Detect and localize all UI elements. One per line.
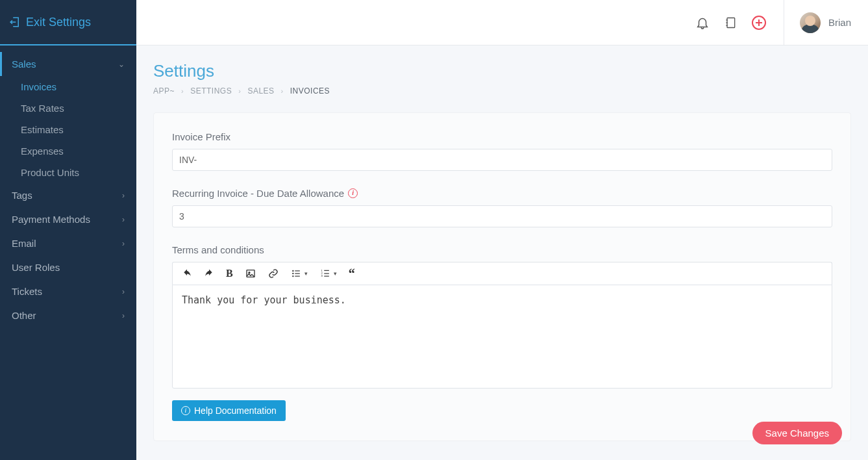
breadcrumb-item[interactable]: SALES [247, 86, 274, 96]
exit-settings-label: Exit Settings [26, 16, 91, 29]
nav-sub-sales: Invoices Tax Rates Estimates Expenses Pr… [0, 76, 136, 183]
nav-item-label: Tickets [12, 286, 42, 297]
nav-sub-label: Tax Rates [21, 103, 64, 114]
nav: Sales ⌄ Invoices Tax Rates Estimates Exp… [0, 45, 136, 327]
nav-item-label: Other [12, 310, 36, 321]
nav-item-tickets[interactable]: Tickets › [0, 279, 136, 303]
label-text: Recurring Invoice - Due Date Allowance [172, 188, 344, 199]
svg-rect-10 [295, 270, 300, 271]
notebook-icon[interactable] [724, 16, 737, 30]
svg-point-11 [292, 273, 293, 274]
nav-item-label: Email [12, 238, 36, 249]
avatar [800, 12, 821, 33]
chevron-right-icon: › [122, 311, 125, 320]
svg-rect-20 [324, 276, 329, 277]
nav-item-label: Payment Methods [12, 214, 90, 225]
topbar: Brian [136, 0, 868, 45]
breadcrumb-item[interactable]: APP~ [153, 86, 175, 96]
nav-sub-label: Invoices [21, 81, 56, 92]
breadcrumb-current: INVOICES [290, 86, 330, 96]
svg-text:3: 3 [321, 274, 323, 277]
top-icons [695, 15, 767, 31]
caret-down-icon: ▾ [334, 270, 337, 277]
nav-item-tags[interactable]: Tags › [0, 183, 136, 207]
label-invoice-prefix: Invoice Prefix [172, 131, 832, 142]
page-title: Settings [153, 61, 851, 81]
svg-rect-0 [727, 18, 735, 27]
input-due-date-allowance[interactable] [172, 205, 832, 227]
help-documentation-button[interactable]: i Help Documentation [172, 400, 286, 421]
nav-sub-label: Expenses [21, 146, 64, 157]
nav-sub-item-tax-rates[interactable]: Tax Rates [9, 97, 136, 119]
nav-sub-item-invoices[interactable]: Invoices [9, 76, 136, 97]
nav-item-email[interactable]: Email › [0, 231, 136, 255]
user-name: Brian [828, 17, 851, 28]
chevron-right-icon: › [181, 87, 184, 95]
nav-item-user-roles[interactable]: User Roles [0, 255, 136, 279]
settings-panel: Invoice Prefix Recurring Invoice - Due D… [153, 112, 851, 441]
exit-icon [9, 16, 21, 28]
main: Brian Settings APP~ › SETTINGS › SALES ›… [136, 0, 868, 460]
nav-sub-item-product-units[interactable]: Product Units [9, 162, 136, 183]
form-group-invoice-prefix: Invoice Prefix [172, 131, 832, 171]
svg-rect-18 [324, 273, 329, 274]
svg-rect-14 [295, 276, 300, 277]
editor-toolbar: B ▾ 123 ▾ “ [172, 262, 832, 285]
svg-point-9 [292, 270, 293, 272]
redo-icon[interactable] [204, 269, 214, 278]
unordered-list-icon[interactable]: ▾ [290, 269, 308, 278]
chevron-right-icon: › [122, 215, 125, 224]
bold-icon[interactable]: B [226, 268, 233, 279]
input-invoice-prefix[interactable] [172, 149, 832, 171]
nav-item-payment-methods[interactable]: Payment Methods › [0, 207, 136, 231]
image-icon[interactable] [245, 268, 256, 279]
chevron-right-icon: › [122, 287, 125, 296]
chevron-right-icon: › [122, 239, 125, 248]
user-menu[interactable]: Brian [784, 0, 851, 45]
nav-item-sales[interactable]: Sales ⌄ [0, 52, 136, 76]
nav-item-label: Tags [12, 190, 32, 201]
form-group-due-date-allowance: Recurring Invoice - Due Date Allowance i [172, 188, 832, 227]
nav-item-label: User Roles [12, 262, 60, 273]
svg-rect-12 [295, 273, 300, 274]
svg-rect-16 [324, 270, 329, 271]
info-icon[interactable]: i [348, 188, 358, 198]
breadcrumb-item[interactable]: SETTINGS [190, 86, 232, 96]
breadcrumbs: APP~ › SETTINGS › SALES › INVOICES [153, 86, 851, 96]
link-icon[interactable] [268, 268, 279, 279]
help-button-label: Help Documentation [194, 405, 277, 416]
info-icon: i [181, 406, 190, 415]
caret-down-icon: ▾ [304, 270, 308, 277]
nav-sub-item-estimates[interactable]: Estimates [9, 119, 136, 140]
quote-icon[interactable]: “ [349, 270, 355, 277]
nav-item-label: Sales [12, 58, 36, 70]
nav-sub-label: Estimates [21, 124, 64, 135]
ordered-list-icon[interactable]: 123 ▾ [319, 269, 337, 278]
nav-sub-item-expenses[interactable]: Expenses [9, 140, 136, 162]
chevron-down-icon: ⌄ [118, 60, 125, 69]
label-due-date-allowance: Recurring Invoice - Due Date Allowance i [172, 188, 832, 199]
nav-item-other[interactable]: Other › [0, 303, 136, 327]
notifications-icon[interactable] [695, 16, 710, 30]
sidebar: Exit Settings Sales ⌄ Invoices Tax Rates… [0, 0, 136, 460]
chevron-right-icon: › [281, 87, 284, 95]
exit-settings-link[interactable]: Exit Settings [0, 0, 136, 45]
content: Settings APP~ › SETTINGS › SALES › INVOI… [136, 45, 868, 460]
editor-terms[interactable]: Thank you for your business. [172, 285, 832, 389]
add-icon[interactable] [751, 15, 767, 31]
label-terms: Terms and conditions [172, 244, 832, 255]
save-changes-button[interactable]: Save Changes [752, 422, 842, 444]
svg-point-13 [292, 275, 293, 277]
undo-icon[interactable] [182, 269, 192, 278]
svg-point-8 [249, 272, 250, 274]
chevron-right-icon: › [238, 87, 241, 95]
nav-sub-label: Product Units [21, 167, 79, 178]
form-group-terms: Terms and conditions B ▾ 123 ▾ “ [172, 244, 832, 389]
chevron-right-icon: › [122, 191, 125, 200]
